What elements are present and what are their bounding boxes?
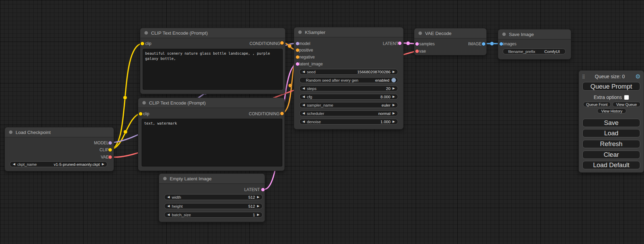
slot-row-images: images — [498, 41, 571, 47]
link-midpoint-dot[interactable] — [289, 84, 292, 88]
collapse-dot-icon[interactable] — [502, 33, 506, 36]
save-button[interactable]: Save — [582, 119, 640, 127]
slot-row-model: model LATENT — [294, 40, 403, 47]
input-port-positive[interactable] — [296, 48, 299, 52]
link-midpoint-dot[interactable] — [406, 42, 410, 45]
view-history-button[interactable]: View History — [597, 108, 626, 114]
increment-arrow-icon[interactable]: ▶ — [257, 205, 259, 208]
increment-arrow-icon[interactable]: ▶ — [257, 213, 259, 216]
input-port-clip[interactable] — [139, 112, 142, 116]
queue-prompt-button[interactable]: Queue Prompt — [582, 82, 640, 91]
filename-prefix-widget[interactable]: filename_prefix ComfyUI — [503, 48, 566, 54]
input-label: vae — [419, 49, 426, 54]
collapse-dot-icon[interactable] — [163, 177, 167, 180]
output-label: IMAGE — [468, 42, 482, 46]
output-port-latent[interactable] — [398, 42, 402, 45]
input-port-images[interactable] — [500, 42, 503, 46]
positive-prompt-textarea[interactable]: beautiful scenery nature glass bottle la… — [143, 49, 283, 90]
sampler-name-widget[interactable]: ◀ sampler_name euler ▶ — [299, 102, 398, 108]
random-seed-toggle-widget[interactable]: Random seed after every gen enabled — [299, 77, 398, 83]
toggle-enabled-icon[interactable] — [391, 78, 396, 82]
widget-value: 20 — [386, 87, 390, 91]
increment-arrow-icon[interactable]: ▶ — [392, 112, 395, 115]
decrement-arrow-icon[interactable]: ◀ — [167, 205, 170, 208]
output-port-vae[interactable] — [108, 155, 112, 159]
denoise-widget[interactable]: ◀ denoise 1.000 ▶ — [299, 119, 398, 125]
increment-arrow-icon[interactable]: ▶ — [257, 196, 259, 199]
link-midpoint-dot[interactable] — [123, 96, 127, 100]
output-port-latent[interactable] — [261, 188, 265, 191]
widget-label: steps — [307, 87, 317, 91]
steps-widget[interactable]: ◀ steps 20 ▶ — [299, 85, 398, 91]
width-widget[interactable]: ◀ width 512 ▶ — [164, 194, 263, 200]
ckpt-name-widget[interactable]: ◀ ckpt_name v1-5-pruned-emaonly.ckpt ▶ — [10, 161, 107, 167]
output-port-conditioning[interactable] — [280, 112, 284, 115]
collapse-dot-icon[interactable] — [298, 30, 302, 34]
increment-arrow-icon[interactable]: ▶ — [102, 163, 104, 166]
decrement-arrow-icon[interactable]: ◀ — [302, 112, 305, 115]
node-title-bar[interactable]: Save Image — [498, 29, 571, 39]
output-port-model[interactable] — [108, 141, 112, 145]
input-port-negative[interactable] — [296, 55, 299, 59]
collapse-dot-icon[interactable] — [142, 101, 146, 105]
decrement-arrow-icon[interactable]: ◀ — [302, 103, 305, 107]
node-title-bar[interactable]: Load Checkpoint — [5, 127, 114, 137]
input-port-vae[interactable] — [415, 49, 419, 53]
cfg-widget[interactable]: ◀ cfg 8.000 ▶ — [299, 94, 398, 100]
refresh-button[interactable]: Refresh — [582, 140, 640, 148]
clear-button[interactable]: Clear — [582, 151, 640, 159]
node-title-bar[interactable]: CLIP Text Encode (Prompt) — [140, 28, 285, 38]
decrement-arrow-icon[interactable]: ◀ — [167, 213, 170, 216]
decrement-arrow-icon[interactable]: ◀ — [13, 163, 15, 166]
decrement-arrow-icon[interactable]: ◀ — [302, 87, 305, 90]
output-port-conditioning[interactable] — [280, 41, 284, 45]
increment-arrow-icon[interactable]: ▶ — [392, 95, 395, 98]
queue-front-button[interactable]: Queue Front — [583, 102, 611, 107]
link-midpoint-dot[interactable] — [124, 130, 127, 134]
output-port-clip[interactable] — [108, 148, 112, 152]
height-widget[interactable]: ◀ height 512 ▶ — [164, 203, 263, 209]
input-port-latent-image[interactable] — [296, 62, 299, 66]
collapse-dot-icon[interactable] — [418, 31, 422, 35]
batch-size-widget[interactable]: ◀ batch_size 1 ▶ — [164, 212, 263, 218]
node-vae-decode[interactable]: VAE Decode samples IMAGE vae — [414, 28, 487, 55]
node-ksampler[interactable]: KSampler model LATENT positive negative … — [294, 27, 404, 129]
node-graph-canvas[interactable]: Load Checkpoint MODEL CLIP VAE ◀ ckpt_na… — [0, 0, 644, 244]
decrement-arrow-icon[interactable]: ◀ — [302, 95, 305, 98]
input-port-samples[interactable] — [415, 42, 419, 46]
node-title-bar[interactable]: KSampler — [294, 27, 403, 37]
link-midpoint-dot[interactable] — [490, 42, 494, 46]
negative-prompt-textarea[interactable]: text, watermark — [142, 119, 282, 166]
node-clip-text-encode-positive[interactable]: CLIP Text Encode (Prompt) clip CONDITION… — [140, 28, 285, 94]
input-port-model[interactable] — [296, 42, 299, 45]
collapse-dot-icon[interactable] — [9, 130, 12, 134]
extra-options-checkbox[interactable] — [624, 95, 629, 100]
input-label: latent_image — [299, 62, 323, 66]
node-title-bar[interactable]: CLIP Text Encode (Prompt) — [138, 98, 284, 108]
scheduler-widget[interactable]: ◀ scheduler normal ▶ — [299, 110, 398, 116]
view-queue-button[interactable]: View Queue — [612, 102, 641, 107]
increment-arrow-icon[interactable]: ▶ — [392, 103, 395, 107]
gear-icon[interactable]: ⚙ — [635, 74, 641, 80]
output-port-image[interactable] — [482, 42, 485, 46]
load-default-button[interactable]: Load Default — [582, 161, 640, 169]
increment-arrow-icon[interactable]: ▶ — [392, 70, 395, 73]
decrement-arrow-icon[interactable]: ◀ — [302, 120, 305, 123]
node-clip-text-encode-negative[interactable]: CLIP Text Encode (Prompt) clip CONDITION… — [138, 98, 285, 171]
increment-arrow-icon[interactable]: ▶ — [392, 120, 395, 123]
node-load-checkpoint[interactable]: Load Checkpoint MODEL CLIP VAE ◀ ckpt_na… — [5, 127, 114, 171]
decrement-arrow-icon[interactable]: ◀ — [302, 70, 305, 73]
output-label: VAE — [101, 155, 109, 160]
decrement-arrow-icon[interactable]: ◀ — [167, 196, 170, 199]
link-midpoint-dot[interactable] — [288, 44, 292, 48]
node-save-image[interactable]: Save Image images filename_prefix ComfyU… — [498, 29, 571, 60]
load-button[interactable]: Load — [582, 129, 640, 137]
increment-arrow-icon[interactable]: ▶ — [392, 87, 395, 90]
node-title-bar[interactable]: VAE Decode — [414, 28, 486, 38]
input-port-clip[interactable] — [141, 42, 144, 45]
collapse-dot-icon[interactable] — [144, 31, 148, 35]
seed-widget[interactable]: ◀ seed 156680208700286 ▶ — [299, 69, 398, 75]
drag-handle-icon[interactable]: ⣿ — [582, 74, 584, 79]
node-title-bar[interactable]: Empty Latent Image — [159, 174, 265, 184]
node-empty-latent-image[interactable]: Empty Latent Image LATENT ◀ width 512 ▶ … — [159, 173, 265, 222]
